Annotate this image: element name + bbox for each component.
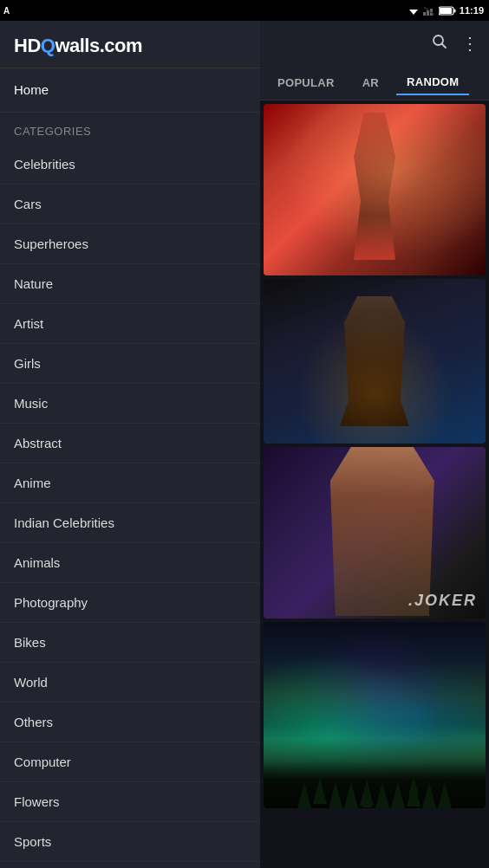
tree-9 xyxy=(422,782,436,808)
tree-6 xyxy=(375,775,389,808)
wifi-icon xyxy=(408,6,420,16)
svg-line-11 xyxy=(442,43,447,48)
more-options-icon[interactable]: ⋮ xyxy=(461,33,479,54)
logo: HDQHDQwalls.comwalls.com xyxy=(14,35,246,57)
sidebar-item-abstract[interactable]: Abstract xyxy=(0,424,260,463)
sidebar-header: HDQHDQwalls.comwalls.com xyxy=(0,21,260,68)
sidebar-item-cars[interactable]: Cars xyxy=(0,185,260,224)
tree-5 xyxy=(360,780,374,806)
logo-q: Q xyxy=(41,35,55,56)
sidebar-item-anime[interactable]: Anime xyxy=(0,463,260,503)
main-layout: HDQHDQwalls.comwalls.com Home Categories… xyxy=(0,21,489,868)
sidebar-item-others[interactable]: Others xyxy=(0,703,260,742)
sidebar-home-item[interactable]: Home xyxy=(0,68,260,113)
aurora-trees xyxy=(264,739,486,808)
status-bar-right: 11:19 xyxy=(408,5,484,16)
top-bar: ⋮ xyxy=(260,21,489,66)
game-throne-figure xyxy=(331,296,418,426)
tree-2 xyxy=(313,774,327,804)
sidebar[interactable]: HDQHDQwalls.comwalls.com Home Categories… xyxy=(0,21,260,868)
wallpaper-game-throne[interactable] xyxy=(264,279,486,444)
svg-rect-9 xyxy=(440,8,452,14)
tree-3 xyxy=(329,782,342,808)
tree-8 xyxy=(407,768,421,806)
sidebar-item-flowers[interactable]: Flowers xyxy=(0,782,260,822)
sidebar-item-nature[interactable]: Nature xyxy=(0,264,260,304)
sidebar-item-animals[interactable]: Animals xyxy=(0,543,260,583)
sidebar-item-music[interactable]: Music xyxy=(0,384,260,424)
joker-text: .JOKER xyxy=(408,592,477,610)
wallpaper-grid: .JOKER xyxy=(260,100,489,868)
sidebar-item-superheroes[interactable]: Superheroes xyxy=(0,224,260,264)
tree-1 xyxy=(297,782,311,808)
sidebar-item-celebrities[interactable]: Celebrities xyxy=(0,145,260,185)
wallpaper-wonder-woman[interactable] xyxy=(264,104,486,275)
status-bar-left-icon: A xyxy=(3,6,10,16)
sidebar-item-girls[interactable]: Girls xyxy=(0,344,260,384)
svg-rect-2 xyxy=(423,12,426,16)
status-bar: A 11:19 xyxy=(0,0,489,21)
categories-label: Categories xyxy=(0,113,260,145)
tab-ar[interactable]: AR xyxy=(352,71,389,94)
wallpaper-joker[interactable]: .JOKER xyxy=(264,447,486,619)
sidebar-item-bikes[interactable]: Bikes xyxy=(0,623,260,663)
sidebar-item-computer[interactable]: Computer xyxy=(0,742,260,782)
tree-4 xyxy=(344,774,358,808)
joker-figure xyxy=(330,447,434,616)
tree-7 xyxy=(391,782,405,808)
search-icon[interactable] xyxy=(432,34,447,54)
tab-popular[interactable]: POPULAR xyxy=(267,71,345,94)
content-area: ⋮ POPULAR AR RANDOM .JOKER xyxy=(260,21,489,868)
home-link[interactable]: Home xyxy=(14,82,49,97)
sidebar-item-sports[interactable]: Sports xyxy=(0,822,260,862)
tab-random[interactable]: RANDOM xyxy=(396,70,469,95)
sidebar-item-photography[interactable]: Photography xyxy=(0,583,260,623)
sidebar-item-indian-celebrities[interactable]: Indian Celebrities xyxy=(0,503,260,543)
tab-bar: POPULAR AR RANDOM xyxy=(260,66,489,100)
tree-10 xyxy=(438,781,452,808)
signal-icon xyxy=(423,6,435,16)
time-display: 11:19 xyxy=(460,5,484,16)
svg-rect-8 xyxy=(453,9,455,12)
wallpaper-aurora[interactable] xyxy=(264,622,486,808)
sidebar-item-world[interactable]: World xyxy=(0,663,260,703)
battery-icon xyxy=(439,6,456,16)
sidebar-item-artist[interactable]: Artist xyxy=(0,304,260,344)
wonder-woman-figure xyxy=(340,113,409,260)
